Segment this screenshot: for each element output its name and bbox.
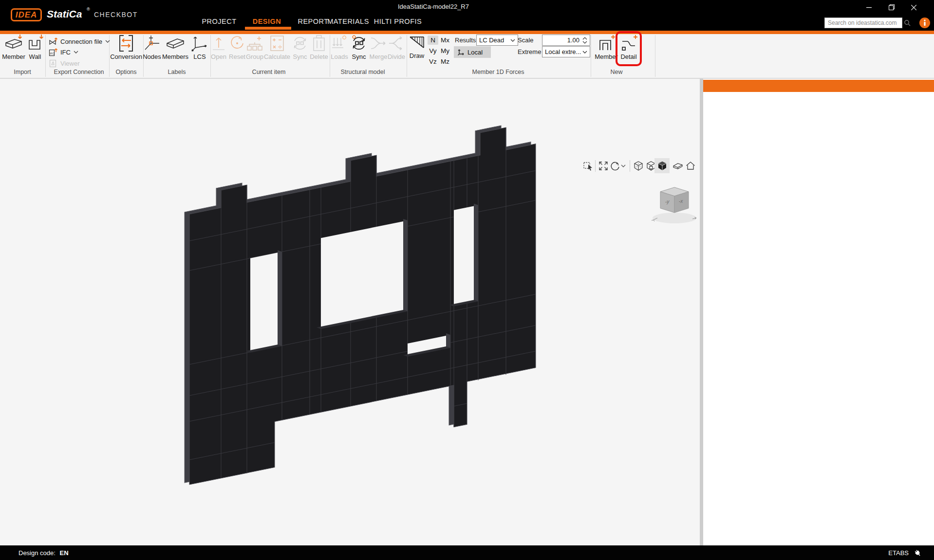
- shaded-view-icon[interactable]: [657, 161, 668, 171]
- members-icon: [165, 34, 186, 53]
- toolbar-separator: [630, 160, 630, 172]
- group-title-new: New: [610, 69, 622, 75]
- local-toggle-button[interactable]: Local: [454, 46, 491, 58]
- export-connection-file-item[interactable]: Connection file: [49, 37, 110, 46]
- select-tool-icon[interactable]: [583, 161, 594, 171]
- tab-hilti-profis[interactable]: HILTI PROFIS: [374, 18, 422, 25]
- group-separator: [655, 35, 655, 77]
- rotate-options-chevron-icon[interactable]: [620, 161, 626, 171]
- chevron-down-icon: [510, 39, 515, 42]
- wall-icon: [25, 34, 45, 53]
- calculate-icon: [268, 34, 286, 53]
- export-viewer-item[interactable]: Viewer: [49, 59, 80, 68]
- force-component-n[interactable]: N: [428, 36, 438, 45]
- results-label: Results: [455, 36, 476, 44]
- zoom-extents-icon[interactable]: [598, 161, 609, 171]
- local-axes-icon: [457, 48, 465, 56]
- registered-mark: ®: [87, 7, 90, 12]
- force-component-mz[interactable]: Mz: [440, 57, 450, 66]
- model-3d-wall[interactable]: [0, 79, 700, 545]
- connection-export-icon: [49, 37, 57, 46]
- scale-stepper[interactable]: 1.00: [542, 35, 590, 46]
- window-title: IdeaStatiCa-model22_R7: [398, 3, 469, 10]
- search-icon[interactable]: [903, 19, 911, 27]
- right-panel-header-bar: [703, 80, 934, 92]
- force-component-vz[interactable]: Vz: [428, 57, 438, 66]
- group-title-options: Options: [115, 69, 136, 75]
- info-icon[interactable]: [919, 18, 930, 28]
- force-component-mx[interactable]: Mx: [440, 36, 450, 45]
- import-wall-button[interactable]: Wall: [19, 34, 51, 60]
- app-window: IDEA StatiCa ® CHECKBOT IdeaStatiCa-mode…: [0, 0, 934, 560]
- svg-text:IFC: IFC: [50, 52, 55, 54]
- model-viewport[interactable]: -y -x: [0, 79, 700, 545]
- view-cube-face-right-label: -x: [679, 199, 683, 204]
- status-bar: Design code: EN ETABS: [0, 545, 934, 560]
- scale-label: Scale: [518, 36, 534, 44]
- extreme-select[interactable]: Local extre...: [542, 46, 590, 57]
- new-detail-icon: [619, 34, 638, 53]
- group-title-export-connection: Export Connection: [54, 69, 104, 75]
- tab-design[interactable]: DESIGN: [253, 18, 281, 25]
- force-component-vy[interactable]: Vy: [428, 46, 438, 55]
- tab-project[interactable]: PROJECT: [202, 18, 236, 25]
- conversion-icon: [117, 34, 135, 53]
- export-ifc-item[interactable]: IFC IFC: [49, 48, 78, 56]
- draw-forces-icon: [408, 34, 426, 52]
- title-bar: IDEA StatiCa ® CHECKBOT IdeaStatiCa-mode…: [0, 0, 934, 31]
- active-tab-underline: [245, 27, 291, 30]
- ifc-file-icon: IFC: [49, 48, 57, 56]
- results-select[interactable]: LC Dead: [476, 35, 518, 46]
- home-view-icon[interactable]: [685, 161, 696, 171]
- group-title-structural-model: Structural model: [340, 69, 385, 75]
- plugin-status: ETABS: [888, 548, 922, 557]
- statica-logo-text: StatiCa: [47, 8, 82, 20]
- group-title-import: Import: [14, 69, 31, 75]
- search-box[interactable]: [824, 18, 902, 28]
- chevron-down-icon: [105, 40, 110, 43]
- new-detail-button[interactable]: Detail: [613, 34, 644, 60]
- wireframe-view-icon[interactable]: [633, 161, 644, 171]
- idea-logo: IDEA: [11, 8, 42, 21]
- rotate-view-icon[interactable]: [610, 161, 620, 171]
- panel-divider[interactable]: [700, 79, 703, 545]
- product-name: CHECKBOT: [94, 11, 138, 18]
- viewer-icon: [49, 59, 57, 68]
- chevron-down-icon: [74, 51, 78, 54]
- minimize-button[interactable]: [858, 0, 880, 15]
- design-code-status: Design code: EN: [19, 549, 69, 557]
- design-code-value: EN: [60, 549, 69, 557]
- ribbon-accent-line: [0, 31, 934, 34]
- group-title-current-item: Current item: [252, 69, 286, 75]
- ribbon: Member Wall Import Connection file IFC I…: [0, 34, 934, 79]
- nodes-icon: [143, 34, 161, 53]
- view-cube-face-left-label: -y: [665, 199, 670, 204]
- clipping-view-icon[interactable]: [672, 161, 683, 171]
- right-panel: [703, 79, 934, 545]
- spinner-up-down-icon[interactable]: [582, 36, 587, 44]
- plug-icon: [913, 548, 922, 557]
- view-cube[interactable]: -y -x: [648, 179, 702, 226]
- toolbar-separator: [595, 160, 596, 172]
- restore-button[interactable]: [880, 0, 902, 15]
- chevron-down-icon: [582, 51, 587, 54]
- extreme-label: Extreme: [518, 48, 541, 55]
- group-title-labels: Labels: [168, 69, 186, 75]
- tab-report[interactable]: REPORT: [298, 18, 328, 25]
- tab-materials[interactable]: MATERIALS: [327, 18, 369, 25]
- search-input[interactable]: [825, 19, 903, 26]
- group-title-member-1d-forces: Member 1D Forces: [472, 69, 524, 75]
- force-component-my[interactable]: My: [440, 46, 450, 55]
- close-button[interactable]: [903, 0, 925, 15]
